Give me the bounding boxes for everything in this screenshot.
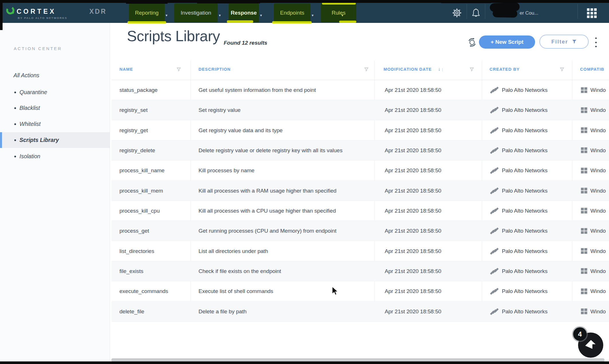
compatible-cell: Windo: [581, 302, 609, 322]
modification-date: Apr 21st 2020 18:58:50: [385, 80, 441, 100]
compatible-text: Windo: [590, 268, 606, 274]
windows-icon: [581, 147, 588, 153]
notifications-bell-icon[interactable]: [471, 8, 481, 18]
windows-icon: [581, 188, 588, 194]
table-row[interactable]: delete_file Delete a file by path Apr 21…: [111, 302, 609, 322]
top-navbar: CORTEX XDR BY PALO ALTO NETWORKS Reporti…: [0, 0, 609, 23]
sidebar-item-quarantine[interactable]: Quarantine: [0, 84, 110, 100]
cortex-xdr-logo[interactable]: CORTEX XDR BY PALO ALTO NETWORKS: [6, 4, 120, 20]
user-name-text: er Cou...: [520, 10, 538, 16]
script-description: Execute list of shell commands: [199, 281, 273, 301]
column-header-created-by[interactable]: CREATED BY: [490, 67, 520, 72]
nav-item-reporting[interactable]: Reporting ▾: [129, 3, 165, 22]
bullet-icon: [14, 107, 16, 109]
compatible-text: Windo: [590, 188, 606, 194]
script-name: registry_get: [119, 120, 148, 141]
new-script-label: + New Script: [491, 39, 524, 45]
mouse-cursor: [332, 287, 339, 295]
script-name: process_kill_cpu: [119, 201, 160, 221]
created-by-filter-funnel-icon[interactable]: [560, 68, 564, 71]
column-header-compatible[interactable]: COMPATIB: [580, 67, 604, 72]
nav-item-response[interactable]: Response ▾: [229, 3, 259, 22]
compatible-cell: Windo: [581, 261, 609, 281]
table-row[interactable]: file_exists Check if file exists on the …: [111, 261, 609, 281]
chevron-down-icon: ▾: [341, 13, 343, 17]
table-row[interactable]: status_package Get useful system informa…: [111, 80, 609, 100]
created-by-text: Palo Alto Networks: [502, 147, 547, 154]
letterbox-bump: [441, 0, 491, 3]
script-name: delete_file: [119, 302, 144, 322]
created-by-text: Palo Alto Networks: [502, 308, 547, 315]
created-by-cell: Palo Alto Networks: [490, 181, 547, 201]
chevron-down-icon: ▾: [312, 13, 314, 17]
table-row[interactable]: execute_commands Execute list of shell c…: [111, 281, 609, 301]
script-name: process_kill_mem: [119, 181, 163, 201]
nav-item-endpoints[interactable]: Endpoints ▾: [274, 3, 311, 22]
column-header-name[interactable]: NAME: [119, 67, 133, 72]
sidebar-item-whitelist[interactable]: Whitelist: [0, 116, 110, 132]
compatible-text: Windo: [590, 288, 606, 294]
nav-item-investigation[interactable]: Investigation ▾: [174, 3, 218, 22]
user-menu[interactable]: er Cou...: [489, 2, 575, 21]
created-by-text: Palo Alto Networks: [502, 107, 547, 113]
app-launcher-grid-icon[interactable]: [586, 8, 597, 19]
sidebar-item-scripts-library[interactable]: Scripts Library: [0, 132, 110, 148]
sort-descending-icon[interactable]: ↓: [438, 66, 441, 72]
annotation-yellow-mark: [272, 21, 312, 24]
script-description: Delete a file by path: [199, 302, 247, 322]
compatible-cell: Windo: [581, 141, 609, 161]
table-row[interactable]: process_kill_name Kill processes by name…: [111, 161, 609, 181]
table-row[interactable]: registry_set Set registry value Apr 21st…: [111, 100, 609, 120]
refresh-icon[interactable]: [467, 37, 477, 48]
description-filter-funnel-icon[interactable]: [364, 68, 368, 71]
table-row[interactable]: registry_delete Delete registry value or…: [111, 141, 609, 161]
nav-item-rules[interactable]: Rules ▾: [321, 3, 356, 22]
filter-button[interactable]: Filter: [539, 35, 589, 49]
compatible-cell: Windo: [581, 241, 609, 261]
chevron-down-icon: ▾: [166, 13, 168, 17]
sidebar-item-all-actions[interactable]: All Actions: [0, 68, 123, 83]
palo-alto-logo-icon: [490, 308, 499, 315]
compatible-text: Windo: [590, 228, 606, 234]
modification-date: Apr 21st 2020 18:58:50: [385, 281, 441, 301]
created-by-text: Palo Alto Networks: [502, 167, 547, 174]
sidebar-item-isolation[interactable]: Isolation: [0, 149, 110, 164]
filter-label: Filter: [551, 39, 568, 45]
script-name: file_exists: [119, 261, 143, 281]
windows-icon: [581, 228, 588, 234]
table-row[interactable]: list_directories List all directories un…: [111, 241, 609, 261]
script-name: status_package: [119, 80, 158, 100]
modification-date: Apr 21st 2020 18:58:50: [385, 201, 441, 221]
compatible-text: Windo: [590, 208, 606, 214]
chat-unread-badge[interactable]: 4: [573, 327, 587, 341]
palo-alto-logo-icon: [490, 127, 499, 134]
column-header-modification-date[interactable]: MODIFICATION DATE: [384, 67, 432, 72]
date-filter-funnel-icon[interactable]: [470, 68, 474, 71]
palo-alto-logo-icon: [490, 268, 499, 275]
modification-date: Apr 21st 2020 18:58:50: [385, 261, 441, 281]
palo-alto-logo-icon: [490, 107, 499, 114]
filter-funnel-icon: [572, 39, 577, 44]
script-description: Kill all processes with a RAM usage high…: [199, 181, 337, 201]
palo-alto-logo-icon: [490, 228, 499, 234]
windows-icon: [581, 208, 588, 214]
windows-icon: [581, 127, 588, 133]
column-header-description[interactable]: DESCRIPTION: [199, 67, 231, 72]
table-row[interactable]: registry_get Get registry value data and…: [111, 120, 609, 141]
settings-gear-icon[interactable]: [452, 8, 461, 17]
name-filter-funnel-icon[interactable]: [177, 68, 181, 71]
table-row[interactable]: process_kill_mem Kill all processes with…: [111, 181, 609, 201]
more-options-kebab[interactable]: [594, 37, 598, 47]
created-by-text: Palo Alto Networks: [502, 188, 547, 194]
annotation-yellow-mark: [339, 21, 356, 23]
table-row[interactable]: process_get Get running processes (CPU a…: [111, 221, 609, 241]
script-name: registry_delete: [119, 141, 155, 161]
created-by-cell: Palo Alto Networks: [490, 120, 547, 141]
results-count: Found 12 results: [224, 40, 267, 46]
script-name: process_kill_name: [119, 161, 164, 181]
table-row[interactable]: process_kill_cpu Kill all processes with…: [111, 201, 609, 221]
sidebar-item-blacklist[interactable]: Blacklist: [0, 100, 110, 116]
created-by-cell: Palo Alto Networks: [490, 241, 547, 261]
new-script-button[interactable]: + New Script: [479, 35, 535, 49]
modification-date: Apr 21st 2020 18:58:50: [385, 120, 441, 141]
